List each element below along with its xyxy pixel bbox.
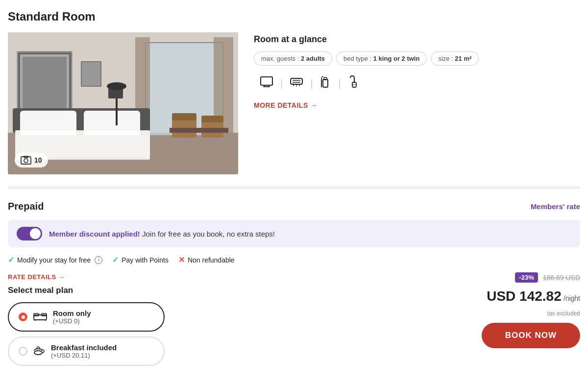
room-badges: max. guests : 2 adults bed type : 1 king…: [254, 51, 580, 66]
modify-stay-label: Modify your stay for free: [17, 256, 91, 264]
member-discount-toggle[interactable]: [17, 227, 42, 240]
svg-point-49: [34, 351, 42, 355]
svg-rect-23: [116, 96, 118, 125]
svg-point-25: [107, 82, 126, 90]
photo-count: 10: [34, 156, 42, 164]
room-image-container: 10: [8, 32, 238, 174]
banner-text: Member discount applied! Join for free a…: [49, 230, 275, 238]
svg-rect-12: [81, 62, 101, 86]
divider1: |: [279, 78, 284, 89]
check-icon-points: ✓: [112, 255, 119, 264]
non-refundable-label: Non refundable: [188, 256, 235, 264]
svg-rect-15: [20, 111, 76, 138]
pay-points-feature: ✓ Pay with Points: [112, 255, 169, 264]
room-info: Room at a glance max. guests : 2 adults …: [254, 32, 580, 174]
coffee-icon: [33, 345, 45, 358]
cross-icon: ✕: [178, 255, 185, 264]
shower-icon: [342, 75, 367, 91]
svg-rect-6: [145, 42, 223, 43]
prepaid-title: Prepaid: [8, 201, 44, 212]
info-icon[interactable]: i: [95, 256, 102, 264]
divider2: |: [309, 78, 314, 89]
prepaid-section: Prepaid Members' rate Member discount ap…: [8, 201, 580, 366]
check-icon-modify: ✓: [8, 255, 14, 264]
room-section: 10 Room at a glance max. guests : 2 adul…: [8, 32, 580, 174]
svg-rect-38: [323, 79, 328, 87]
non-refundable-feature: ✕ Non refundable: [178, 255, 235, 264]
max-guests-badge: max. guests : 2 adults: [254, 51, 332, 66]
price-top-row: -23% 186.69 USD: [515, 272, 580, 283]
glance-title: Room at a glance: [254, 34, 580, 45]
member-discount-banner: Member discount applied! Join for free a…: [8, 220, 580, 247]
room-title: Standard Room: [8, 10, 580, 24]
right-col: -23% 186.69 USD USD 142.82 /night tax ex…: [443, 272, 580, 348]
tv-icon: [254, 76, 279, 90]
toiletries-icon: [314, 75, 337, 91]
image-counter[interactable]: 10: [15, 153, 48, 168]
svg-rect-22: [170, 128, 228, 133]
member-toggle-wrap[interactable]: [17, 227, 42, 240]
breakfast-label: Breakfast included: [51, 343, 117, 352]
features-row: ✓ Modify your stay for free i ✓ Pay with…: [8, 255, 580, 264]
svg-rect-29: [261, 77, 272, 85]
svg-point-27: [24, 159, 28, 163]
amenity-icons: | | |: [254, 75, 580, 91]
per-night: /night: [564, 294, 580, 302]
banner-bold-text: Member discount applied!: [49, 230, 140, 238]
svg-rect-41: [352, 82, 356, 87]
current-price: USD 142.82: [487, 288, 562, 304]
members-rate-label[interactable]: Members' rate: [531, 202, 580, 211]
meal-plan-title: Select meal plan: [8, 286, 443, 295]
ac-icon: [284, 76, 309, 90]
svg-rect-19: [172, 113, 196, 120]
room-only-label: Room only: [53, 309, 91, 317]
bed-icon: [33, 311, 47, 323]
meal-option-room-only[interactable]: Room only (+USD 0): [8, 302, 165, 332]
banner-regular-text: Join for free as you book, no extra step…: [142, 230, 275, 238]
discount-badge: -23%: [515, 272, 538, 283]
original-price: 186.69 USD: [543, 274, 580, 282]
size-badge: size : 21 m²: [431, 51, 479, 66]
breakfast-price: (+USD 20.11): [51, 352, 117, 359]
room-only-text: Room only (+USD 0): [53, 309, 91, 325]
section-divider: [8, 186, 580, 189]
svg-rect-21: [201, 116, 223, 122]
divider3: |: [337, 78, 342, 89]
radio-breakfast[interactable]: [19, 347, 27, 356]
prepaid-header: Prepaid Members' rate: [8, 201, 580, 212]
svg-rect-16: [84, 111, 140, 138]
pay-points-label: Pay with Points: [122, 256, 169, 264]
bed-type-badge: bed type : 1 king or 2 twin: [336, 51, 427, 66]
room-only-price: (+USD 0): [53, 317, 91, 325]
svg-rect-39: [324, 77, 327, 80]
price-row: USD 142.82 /night: [487, 288, 580, 304]
meal-options: Room only (+USD 0) Breakfast included (+…: [8, 302, 443, 366]
book-now-button[interactable]: BOOK NOW: [482, 323, 580, 348]
svg-rect-32: [291, 78, 302, 84]
meal-option-breakfast[interactable]: Breakfast included (+USD 20.11): [8, 336, 165, 366]
toggle-knob: [30, 228, 41, 239]
rate-details-link[interactable]: RATE DETAILS →: [8, 273, 65, 281]
more-details-link[interactable]: MORE DETAILS →: [254, 101, 318, 109]
breakfast-text: Breakfast included (+USD 20.11): [51, 343, 117, 359]
bottom-row: RATE DETAILS → Select meal plan Room onl…: [8, 272, 580, 366]
tax-note: tax excluded: [547, 310, 580, 317]
svg-rect-11: [23, 57, 67, 116]
modify-stay-feature: ✓ Modify your stay for free i: [8, 255, 102, 264]
radio-room-only[interactable]: [19, 312, 27, 321]
photo-icon: [21, 156, 31, 165]
left-col: RATE DETAILS → Select meal plan Room onl…: [8, 272, 443, 366]
